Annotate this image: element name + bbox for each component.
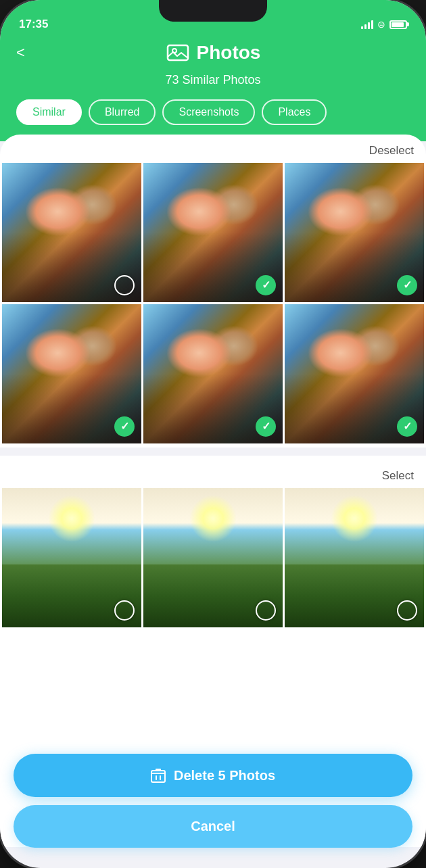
header-subtitle: 73 Similar Photos xyxy=(16,73,410,87)
page-title: Photos xyxy=(197,42,261,64)
cancel-button[interactable]: Cancel xyxy=(14,805,412,848)
select-indicator-2-3 xyxy=(397,600,417,621)
select-indicator-1-4: ✓ xyxy=(114,416,135,437)
photo-cell-2-2[interactable] xyxy=(143,488,283,627)
bottom-actions: Delete 5 Photos Cancel xyxy=(14,754,412,848)
select-button[interactable]: Select xyxy=(382,469,414,483)
wifi-icon: ⊜ xyxy=(377,19,385,30)
photo-cell-2-3[interactable] xyxy=(285,488,424,627)
photos-icon xyxy=(166,41,190,65)
select-indicator-2-1 xyxy=(114,600,135,621)
photo-grid-2 xyxy=(2,488,424,627)
photo-cell-1-4[interactable]: ✓ xyxy=(2,304,141,443)
section-divider xyxy=(0,448,426,456)
section-2-header: Select xyxy=(0,460,426,488)
signal-icon xyxy=(361,20,373,29)
tab-similar[interactable]: Similar xyxy=(16,99,82,125)
photo-cell-1-3[interactable]: ✓ xyxy=(285,163,424,302)
main-content: Deselect ✓ xyxy=(0,135,426,847)
status-time: 17:35 xyxy=(19,18,48,31)
tab-places[interactable]: Places xyxy=(262,99,327,125)
notch xyxy=(159,0,267,22)
filter-tabs: Similar Blurred Screenshots Places xyxy=(16,99,410,128)
tab-blurred[interactable]: Blurred xyxy=(89,99,156,125)
select-indicator-1-1 xyxy=(114,275,135,295)
select-indicator-1-5: ✓ xyxy=(256,416,276,437)
trash-icon xyxy=(151,767,166,783)
select-indicator-2-2 xyxy=(256,600,276,621)
delete-label: Delete 5 Photos xyxy=(174,768,275,783)
header-top: < Photos xyxy=(16,41,410,65)
photo-cell-1-1[interactable] xyxy=(2,163,141,302)
select-indicator-1-2: ✓ xyxy=(256,275,276,295)
phone-frame: 17:35 ⊜ < xyxy=(0,0,426,868)
header-title-wrap: Photos xyxy=(166,41,261,65)
tab-screenshots[interactable]: Screenshots xyxy=(162,99,255,125)
select-indicator-1-6: ✓ xyxy=(397,416,417,437)
section-2: Select xyxy=(0,460,426,627)
deselect-button[interactable]: Deselect xyxy=(369,144,414,158)
back-button[interactable]: < xyxy=(16,44,25,62)
header: < Photos 73 Similar Photos Similar Blurr… xyxy=(0,41,426,141)
photo-grid-1: ✓ ✓ ✓ xyxy=(2,163,424,443)
section-1-header: Deselect xyxy=(0,135,426,163)
photo-cell-2-1[interactable] xyxy=(2,488,141,627)
svg-rect-2 xyxy=(151,771,165,782)
select-indicator-1-3: ✓ xyxy=(397,275,417,295)
photo-cell-1-5[interactable]: ✓ xyxy=(143,304,283,443)
delete-button[interactable]: Delete 5 Photos xyxy=(14,754,412,797)
photo-cell-1-6[interactable]: ✓ xyxy=(285,304,424,443)
status-icons: ⊜ xyxy=(361,19,407,30)
battery-icon xyxy=(389,20,407,29)
photo-cell-1-2[interactable]: ✓ xyxy=(143,163,283,302)
section-1: Deselect ✓ xyxy=(0,135,426,443)
phone-screen: 17:35 ⊜ < xyxy=(0,0,426,868)
svg-rect-0 xyxy=(168,45,188,60)
